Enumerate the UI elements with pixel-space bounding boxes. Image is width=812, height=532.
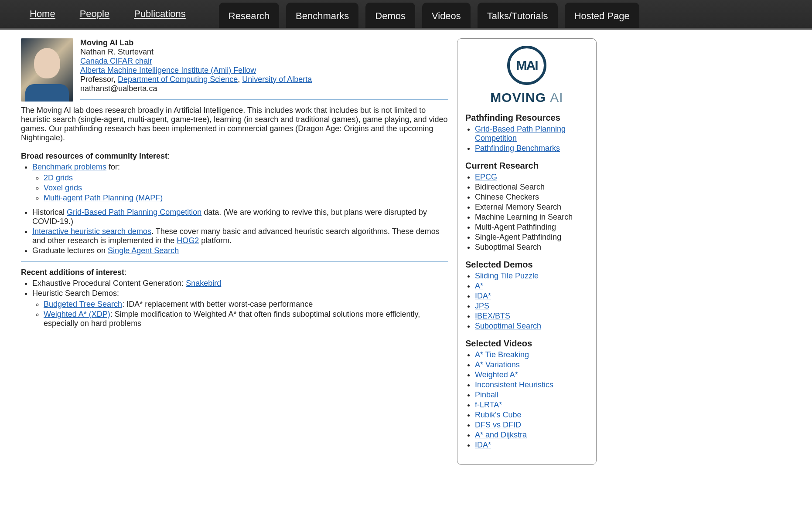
sidebar-link[interactable]: A* and Dijkstra <box>475 430 527 439</box>
email: nathanst@ualberta.ca <box>80 84 157 93</box>
sidebar-item: Single-Agent Pathfinding <box>475 233 588 242</box>
list-item: Budgeted Tree Search: IDA* replacement w… <box>44 300 448 309</box>
grids2d-link[interactable]: 2D grids <box>44 173 73 182</box>
sidebar-item: Weighted A* <box>475 370 588 380</box>
sidebar-item: Machine Learning in Search <box>475 213 588 222</box>
sidebar-link[interactable]: JPS <box>475 302 489 310</box>
sas-link[interactable]: Single Agent Search <box>108 246 179 255</box>
sidebar-link[interactable]: Suboptimal Search <box>475 322 541 330</box>
sidebar-link[interactable]: DFS vs DFID <box>475 420 521 429</box>
sidebar-link[interactable]: A* <box>475 281 483 290</box>
sidebar-list-videos: A* Tie BreakingA* VariationsWeighted A*I… <box>465 350 588 450</box>
sidebar-item: IBEX/BTS <box>475 312 588 321</box>
sidebar-item: Pinball <box>475 390 588 400</box>
sidebar-item: Pathfinding Benchmarks <box>475 144 588 153</box>
person-name: Nathan R. Sturtevant <box>80 47 154 56</box>
nav-people[interactable]: People <box>68 0 122 28</box>
list-item: Weighted A* (XDP): Simple modification t… <box>44 310 448 328</box>
sidebar-text: Chinese Checkers <box>475 193 539 201</box>
tab-hosted[interactable]: Hosted Page <box>565 3 639 30</box>
headshot-image <box>21 38 73 102</box>
logo: MAI MOVING AI <box>465 46 588 105</box>
tab-talks[interactable]: Talks/Tutorials <box>478 3 558 30</box>
list-item: 2D grids <box>44 173 448 183</box>
recent-heading: Recent additions of interest <box>21 268 124 277</box>
divider <box>80 99 448 100</box>
tab-benchmarks[interactable]: Benchmarks <box>286 3 358 30</box>
sidebar-list-current: EPCGBidirectional SearchChinese Checkers… <box>465 173 588 252</box>
xdp-link[interactable]: Weighted A* (XDP) <box>44 310 110 319</box>
sidebar-text: Multi-Agent Pathfinding <box>475 223 556 231</box>
sidebar-link[interactable]: Sliding Tile Puzzle <box>475 271 539 280</box>
demos-link[interactable]: Interactive heuristic search demos <box>32 227 151 236</box>
tab-demos[interactable]: Demos <box>365 3 415 30</box>
list-item: Benchmark problems for: 2D grids Voxel g… <box>32 163 448 203</box>
sidebar-item: Grid-Based Path Planning Competition <box>475 125 588 143</box>
benchmark-link[interactable]: Benchmark problems <box>32 163 106 171</box>
list-item: Interactive heuristic search demos. Thes… <box>32 227 448 245</box>
sidebar-link[interactable]: Inconsistent Heuristics <box>475 380 553 389</box>
tab-videos[interactable]: Videos <box>422 3 471 30</box>
sidebar-link[interactable]: Pathfinding Benchmarks <box>475 144 560 152</box>
sidebar-item: IDA* <box>475 291 588 301</box>
sidebar-item: A* Variations <box>475 360 588 369</box>
list-item: Graduate lectures on Single Agent Search <box>32 246 448 255</box>
list-item: Historical Grid-Based Path Planning Comp… <box>32 208 448 226</box>
sidebar-link[interactable]: Rubik's Cube <box>475 410 522 419</box>
sidebar-item: Chinese Checkers <box>475 193 588 202</box>
sidebar-item: EPCG <box>475 173 588 182</box>
sidebar-text: External Memory Search <box>475 203 561 211</box>
sidebar-link[interactable]: Grid-Based Path Planning Competition <box>475 125 566 142</box>
sidebar-item: External Memory Search <box>475 203 588 212</box>
nav-home[interactable]: Home <box>17 0 68 28</box>
gppc-link[interactable]: Grid-Based Path Planning Competition <box>67 208 201 217</box>
divider <box>21 261 448 262</box>
sidebar-item: Suboptimal Search <box>475 243 588 252</box>
snakebird-link[interactable]: Snakebird <box>186 279 221 288</box>
sidebar-link[interactable]: EPCG <box>475 173 497 181</box>
sidebar-item: Sliding Tile Puzzle <box>475 271 588 281</box>
sidebar-heading-current: Current Research <box>465 161 588 171</box>
sidebar-item: DFS vs DFID <box>475 420 588 430</box>
list-item: Heuristic Search Demos: Budgeted Tree Se… <box>32 289 448 328</box>
list-item: Multi-agent Path Planning (MAPF) <box>44 193 448 203</box>
sidebar-text: Suboptimal Search <box>475 243 541 251</box>
sidebar-item: f-LRTA* <box>475 400 588 410</box>
sidebar: MAI MOVING AI Pathfinding Resources Grid… <box>457 38 597 465</box>
list-item: Exhaustive Procedural Content Generation… <box>32 279 448 288</box>
sidebar-text: Machine Learning in Search <box>475 213 573 221</box>
sidebar-list-pathfinding: Grid-Based Path Planning CompetitionPath… <box>465 125 588 153</box>
sidebar-link[interactable]: IDA* <box>475 441 491 449</box>
mapf-link[interactable]: Multi-agent Path Planning (MAPF) <box>44 193 163 202</box>
amii-link[interactable]: Alberta Machine Intelligence Institute (… <box>80 66 256 75</box>
sidebar-link[interactable]: A* Variations <box>475 360 520 369</box>
sidebar-item: Inconsistent Heuristics <box>475 380 588 390</box>
dept-link[interactable]: Department of Computing Science <box>118 75 238 84</box>
voxel-link[interactable]: Voxel grids <box>44 183 82 192</box>
sidebar-heading-demos: Selected Demos <box>465 260 588 270</box>
sidebar-link[interactable]: A* Tie Breaking <box>475 350 529 359</box>
cifar-link[interactable]: Canada CIFAR chair <box>80 57 152 65</box>
sidebar-item: IDA* <box>475 441 588 450</box>
nav-publications[interactable]: Publications <box>122 0 198 28</box>
sidebar-link[interactable]: Pinball <box>475 390 498 399</box>
sidebar-text: Bidirectional Search <box>475 183 545 191</box>
sidebar-link[interactable]: Weighted A* <box>475 370 518 379</box>
univ-link[interactable]: University of Alberta <box>242 75 312 84</box>
sidebar-item: A* Tie Breaking <box>475 350 588 359</box>
sidebar-item: A* and Dijkstra <box>475 430 588 440</box>
sidebar-link[interactable]: f-LRTA* <box>475 400 502 409</box>
sidebar-item: Multi-Agent Pathfinding <box>475 223 588 232</box>
main-content: Moving AI Lab Nathan R. Sturtevant Canad… <box>21 38 448 333</box>
sidebar-list-demos: Sliding Tile PuzzleA*IDA*JPSIBEX/BTSSubo… <box>465 271 588 331</box>
logo-text: MOVING AI <box>465 90 588 105</box>
sidebar-item: JPS <box>475 302 588 311</box>
list-item: Voxel grids <box>44 183 448 193</box>
bts-link[interactable]: Budgeted Tree Search <box>44 300 122 308</box>
sidebar-link[interactable]: IBEX/BTS <box>475 312 510 320</box>
intro-paragraph: The Moving AI lab does research broadly … <box>21 106 448 142</box>
tab-research[interactable]: Research <box>219 3 279 30</box>
sidebar-link[interactable]: IDA* <box>475 291 491 300</box>
broad-heading: Broad resources of community interest <box>21 152 167 160</box>
hog2-link[interactable]: HOG2 <box>177 236 199 245</box>
